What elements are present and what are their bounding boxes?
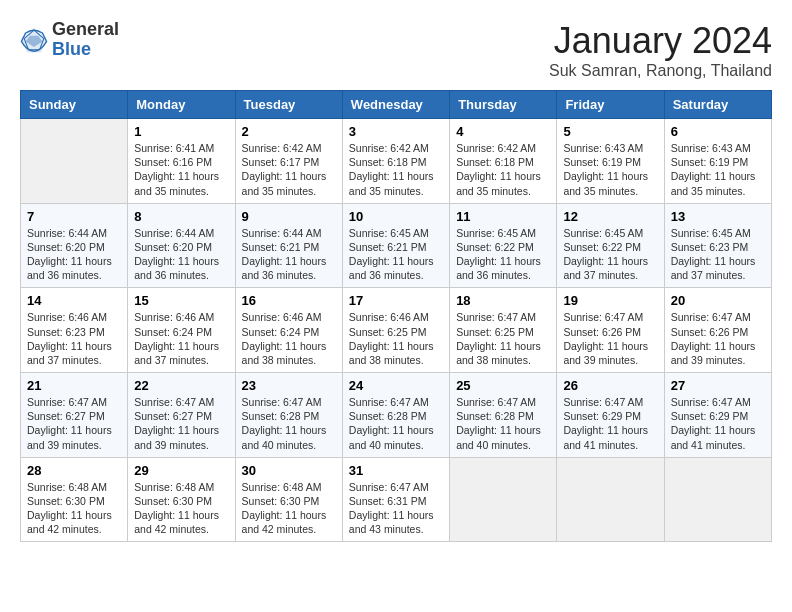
day-number: 11	[456, 209, 550, 224]
day-detail: Sunrise: 6:46 AMSunset: 6:24 PMDaylight:…	[242, 310, 336, 367]
day-detail: Sunrise: 6:46 AMSunset: 6:23 PMDaylight:…	[27, 310, 121, 367]
header-day-wednesday: Wednesday	[342, 91, 449, 119]
calendar-cell: 24Sunrise: 6:47 AMSunset: 6:28 PMDayligh…	[342, 373, 449, 458]
calendar-cell	[21, 119, 128, 204]
day-detail: Sunrise: 6:47 AMSunset: 6:27 PMDaylight:…	[27, 395, 121, 452]
day-detail: Sunrise: 6:47 AMSunset: 6:26 PMDaylight:…	[671, 310, 765, 367]
calendar-cell: 11Sunrise: 6:45 AMSunset: 6:22 PMDayligh…	[450, 203, 557, 288]
calendar-cell: 9Sunrise: 6:44 AMSunset: 6:21 PMDaylight…	[235, 203, 342, 288]
day-detail: Sunrise: 6:43 AMSunset: 6:19 PMDaylight:…	[563, 141, 657, 198]
day-number: 4	[456, 124, 550, 139]
week-row-4: 21Sunrise: 6:47 AMSunset: 6:27 PMDayligh…	[21, 373, 772, 458]
day-detail: Sunrise: 6:46 AMSunset: 6:24 PMDaylight:…	[134, 310, 228, 367]
day-detail: Sunrise: 6:47 AMSunset: 6:25 PMDaylight:…	[456, 310, 550, 367]
day-number: 20	[671, 293, 765, 308]
day-number: 6	[671, 124, 765, 139]
day-number: 28	[27, 463, 121, 478]
calendar-cell: 27Sunrise: 6:47 AMSunset: 6:29 PMDayligh…	[664, 373, 771, 458]
day-detail: Sunrise: 6:45 AMSunset: 6:22 PMDaylight:…	[563, 226, 657, 283]
general-blue-logo-icon	[20, 26, 48, 54]
calendar-cell: 4Sunrise: 6:42 AMSunset: 6:18 PMDaylight…	[450, 119, 557, 204]
calendar-cell: 16Sunrise: 6:46 AMSunset: 6:24 PMDayligh…	[235, 288, 342, 373]
day-number: 17	[349, 293, 443, 308]
day-detail: Sunrise: 6:47 AMSunset: 6:28 PMDaylight:…	[456, 395, 550, 452]
day-number: 9	[242, 209, 336, 224]
day-detail: Sunrise: 6:44 AMSunset: 6:20 PMDaylight:…	[134, 226, 228, 283]
header-day-monday: Monday	[128, 91, 235, 119]
calendar-cell	[557, 457, 664, 542]
calendar-cell: 8Sunrise: 6:44 AMSunset: 6:20 PMDaylight…	[128, 203, 235, 288]
day-number: 16	[242, 293, 336, 308]
day-number: 21	[27, 378, 121, 393]
location-title: Suk Samran, Ranong, Thailand	[549, 62, 772, 80]
day-number: 3	[349, 124, 443, 139]
calendar-cell: 21Sunrise: 6:47 AMSunset: 6:27 PMDayligh…	[21, 373, 128, 458]
calendar-cell: 22Sunrise: 6:47 AMSunset: 6:27 PMDayligh…	[128, 373, 235, 458]
header-day-friday: Friday	[557, 91, 664, 119]
calendar-cell: 23Sunrise: 6:47 AMSunset: 6:28 PMDayligh…	[235, 373, 342, 458]
day-number: 2	[242, 124, 336, 139]
calendar-cell: 5Sunrise: 6:43 AMSunset: 6:19 PMDaylight…	[557, 119, 664, 204]
month-title: January 2024	[549, 20, 772, 62]
calendar-body: 1Sunrise: 6:41 AMSunset: 6:16 PMDaylight…	[21, 119, 772, 542]
calendar-cell: 12Sunrise: 6:45 AMSunset: 6:22 PMDayligh…	[557, 203, 664, 288]
day-number: 25	[456, 378, 550, 393]
day-detail: Sunrise: 6:44 AMSunset: 6:21 PMDaylight:…	[242, 226, 336, 283]
day-number: 18	[456, 293, 550, 308]
header-day-tuesday: Tuesday	[235, 91, 342, 119]
day-detail: Sunrise: 6:41 AMSunset: 6:16 PMDaylight:…	[134, 141, 228, 198]
header-day-sunday: Sunday	[21, 91, 128, 119]
calendar-cell: 6Sunrise: 6:43 AMSunset: 6:19 PMDaylight…	[664, 119, 771, 204]
day-detail: Sunrise: 6:45 AMSunset: 6:22 PMDaylight:…	[456, 226, 550, 283]
day-detail: Sunrise: 6:47 AMSunset: 6:31 PMDaylight:…	[349, 480, 443, 537]
day-detail: Sunrise: 6:47 AMSunset: 6:29 PMDaylight:…	[563, 395, 657, 452]
day-detail: Sunrise: 6:48 AMSunset: 6:30 PMDaylight:…	[242, 480, 336, 537]
day-detail: Sunrise: 6:48 AMSunset: 6:30 PMDaylight:…	[27, 480, 121, 537]
calendar-cell: 14Sunrise: 6:46 AMSunset: 6:23 PMDayligh…	[21, 288, 128, 373]
day-detail: Sunrise: 6:47 AMSunset: 6:27 PMDaylight:…	[134, 395, 228, 452]
calendar-cell	[664, 457, 771, 542]
day-detail: Sunrise: 6:46 AMSunset: 6:25 PMDaylight:…	[349, 310, 443, 367]
day-detail: Sunrise: 6:43 AMSunset: 6:19 PMDaylight:…	[671, 141, 765, 198]
day-detail: Sunrise: 6:42 AMSunset: 6:17 PMDaylight:…	[242, 141, 336, 198]
day-number: 13	[671, 209, 765, 224]
calendar-cell: 18Sunrise: 6:47 AMSunset: 6:25 PMDayligh…	[450, 288, 557, 373]
day-number: 24	[349, 378, 443, 393]
logo-text: General Blue	[52, 20, 119, 60]
day-number: 5	[563, 124, 657, 139]
calendar-cell: 17Sunrise: 6:46 AMSunset: 6:25 PMDayligh…	[342, 288, 449, 373]
day-number: 1	[134, 124, 228, 139]
calendar-cell: 1Sunrise: 6:41 AMSunset: 6:16 PMDaylight…	[128, 119, 235, 204]
day-detail: Sunrise: 6:42 AMSunset: 6:18 PMDaylight:…	[456, 141, 550, 198]
day-number: 30	[242, 463, 336, 478]
header-row: SundayMondayTuesdayWednesdayThursdayFrid…	[21, 91, 772, 119]
calendar-cell: 29Sunrise: 6:48 AMSunset: 6:30 PMDayligh…	[128, 457, 235, 542]
day-detail: Sunrise: 6:47 AMSunset: 6:28 PMDaylight:…	[349, 395, 443, 452]
calendar-cell: 13Sunrise: 6:45 AMSunset: 6:23 PMDayligh…	[664, 203, 771, 288]
calendar-cell: 30Sunrise: 6:48 AMSunset: 6:30 PMDayligh…	[235, 457, 342, 542]
day-number: 7	[27, 209, 121, 224]
week-row-3: 14Sunrise: 6:46 AMSunset: 6:23 PMDayligh…	[21, 288, 772, 373]
header-day-thursday: Thursday	[450, 91, 557, 119]
day-detail: Sunrise: 6:42 AMSunset: 6:18 PMDaylight:…	[349, 141, 443, 198]
calendar-cell: 2Sunrise: 6:42 AMSunset: 6:17 PMDaylight…	[235, 119, 342, 204]
day-number: 14	[27, 293, 121, 308]
calendar-cell: 26Sunrise: 6:47 AMSunset: 6:29 PMDayligh…	[557, 373, 664, 458]
page-header: General Blue January 2024 Suk Samran, Ra…	[20, 20, 772, 80]
calendar-cell: 20Sunrise: 6:47 AMSunset: 6:26 PMDayligh…	[664, 288, 771, 373]
day-detail: Sunrise: 6:47 AMSunset: 6:26 PMDaylight:…	[563, 310, 657, 367]
day-detail: Sunrise: 6:47 AMSunset: 6:29 PMDaylight:…	[671, 395, 765, 452]
title-block: January 2024 Suk Samran, Ranong, Thailan…	[549, 20, 772, 80]
week-row-5: 28Sunrise: 6:48 AMSunset: 6:30 PMDayligh…	[21, 457, 772, 542]
calendar-cell: 3Sunrise: 6:42 AMSunset: 6:18 PMDaylight…	[342, 119, 449, 204]
calendar-cell	[450, 457, 557, 542]
calendar-cell: 7Sunrise: 6:44 AMSunset: 6:20 PMDaylight…	[21, 203, 128, 288]
day-detail: Sunrise: 6:45 AMSunset: 6:23 PMDaylight:…	[671, 226, 765, 283]
day-number: 15	[134, 293, 228, 308]
day-number: 8	[134, 209, 228, 224]
logo: General Blue	[20, 20, 119, 60]
calendar-cell: 15Sunrise: 6:46 AMSunset: 6:24 PMDayligh…	[128, 288, 235, 373]
calendar-cell: 19Sunrise: 6:47 AMSunset: 6:26 PMDayligh…	[557, 288, 664, 373]
day-number: 27	[671, 378, 765, 393]
calendar-header: SundayMondayTuesdayWednesdayThursdayFrid…	[21, 91, 772, 119]
